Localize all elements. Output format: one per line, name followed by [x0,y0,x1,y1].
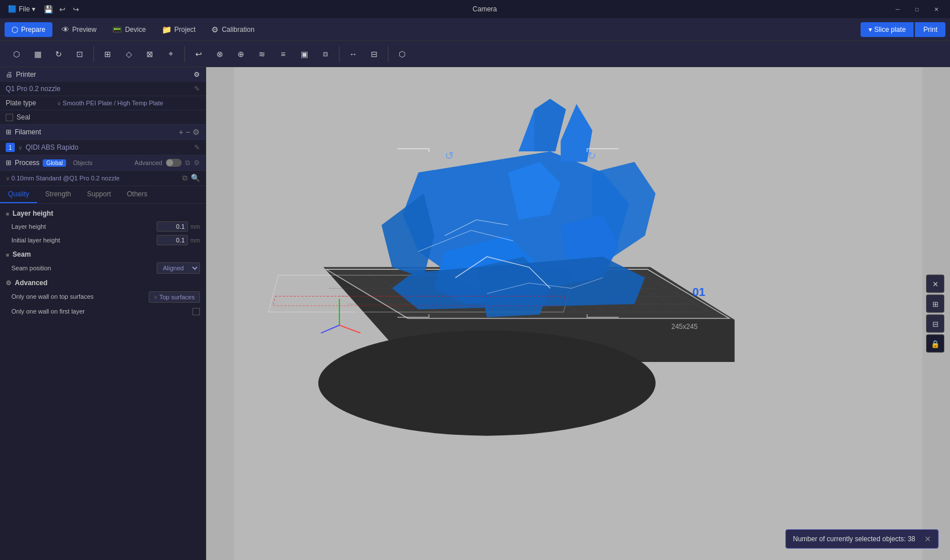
process-icon: ⊞ [6,159,11,167]
toolbar-separator [185,46,185,62]
advanced-toggle[interactable] [166,159,182,167]
profile-copy-icon[interactable]: ⧉ [182,174,187,183]
nav-project[interactable]: 📁 Project [155,22,202,37]
tab-support[interactable]: Support [79,186,119,203]
only-one-wall-first-label: Only one wall on first layer [11,307,193,316]
prepare-icon: ⬡ [11,25,18,34]
initial-layer-input-group: mm [157,235,200,245]
initial-layer-height-input[interactable] [157,235,188,245]
plate-type-value[interactable]: ∨ Smooth PEI Plate / High Temp Plate [57,100,163,106]
main-inner: 🖨 Printer ⚙ Q1 Pro 0.2 nozzle ✎ Plate ty… [0,67,950,560]
view-button-2[interactable]: ⊟ [926,315,944,333]
notification-close-icon[interactable]: ✕ [924,534,931,543]
top-surfaces-chevron-icon: ∨ [154,294,158,300]
filament-name: QIDI ABS Rapido [26,143,191,151]
layer-height-input[interactable] [157,221,188,232]
top-surfaces-value: Top surfaces [159,294,195,300]
perspective-view-button[interactable]: ⬡ [7,44,26,64]
slice-print-group: ▾ Slice plate Print [861,22,945,37]
nav-prepare-label: Prepare [21,26,46,34]
top-surfaces-dropdown[interactable]: ∨ Top surfaces [149,291,200,303]
face-select-tool[interactable]: ⌖ [161,44,181,64]
print-button[interactable]: Print [915,22,945,37]
view-button-1[interactable]: ⊞ [926,295,944,313]
nav-calibration[interactable]: ⚙ Calibration [204,22,261,37]
file-menu[interactable]: 🟦 File ▾ [5,4,39,14]
move-tool[interactable]: ⊞ [98,44,117,64]
close-panel-button[interactable]: ✕ [926,275,944,293]
filament-remove-icon[interactable]: − [186,127,190,137]
split-tool[interactable]: ≋ [252,44,272,64]
nav-device[interactable]: 📟 Device [105,22,153,37]
printer-settings-icon[interactable]: ⚙ [194,71,200,79]
layer-height-row: Layer height mm [0,220,206,233]
arrange-tool[interactable]: ⬡ [392,44,412,64]
paint-tool[interactable]: ▣ [294,44,314,64]
profile-search-icon[interactable]: 🔍 [191,174,200,183]
flatten-2-tool[interactable]: ⊟ [365,44,384,64]
filament-add-icon[interactable]: + [179,127,183,137]
3d-scene[interactable]: ↺ ↻ 245x245 01 [206,67,950,560]
svg-text:245x245: 245x245 [671,323,698,331]
maximize-button[interactable]: □ [908,3,926,15]
seam-section-icon: ■ [6,252,9,258]
grid-view-button[interactable]: ▦ [28,44,47,64]
tag-objects[interactable]: Objects [69,159,96,167]
initial-layer-height-row: Initial layer height mm [0,233,206,247]
seal-row: Seal [0,110,206,125]
titlebar: 🟦 File ▾ 💾 ↩ ↪ Camera ─ □ ✕ [0,0,950,18]
only-one-wall-top-row: Only one wall on top surfaces ∨ Top surf… [0,289,206,305]
nav-prepare[interactable]: ⬡ Prepare [5,22,52,37]
nozzle-edit-icon[interactable]: ✎ [194,85,200,93]
calibration-icon: ⚙ [211,25,219,34]
only-one-wall-first-row: Only one wall on first layer [0,305,206,318]
process-settings-icon[interactable]: ⚙ [194,159,200,167]
nozzle-name: Q1 Pro 0.2 nozzle [6,85,60,93]
seam-section-label: Seam [13,250,31,258]
project-icon: 📁 [162,25,171,34]
tab-others[interactable]: Others [119,186,155,203]
filament-settings-icon[interactable]: ⚙ [193,127,200,137]
tag-global[interactable]: Global [43,159,66,167]
viewport[interactable]: ↺ ↻ 245x245 01 ✕ ⊞ [206,67,950,560]
process-copy-icon[interactable]: ⧉ [185,159,190,167]
profile-icons: ⧉ 🔍 [182,174,200,183]
advanced-toggle-label: Advanced [134,159,162,166]
seal-label: Seal [17,113,30,121]
undo-tool[interactable]: ↩ [189,44,208,64]
close-button[interactable]: ✕ [927,3,945,15]
titlebar-icons: 💾 ↩ ↪ [43,4,81,14]
tab-strength[interactable]: Strength [37,186,79,203]
profile-name: ∨ 0.10mm Standard @Q1 Pro 0.2 nozzle [6,175,120,182]
seal-checkbox[interactable] [6,114,13,121]
filament-header: ⊞ Filament + − ⚙ [0,125,206,140]
filament-edit-icon[interactable]: ✎ [194,143,200,151]
minimize-button[interactable]: ─ [888,3,907,15]
process-label: Process [15,159,39,167]
slice-icon: ▾ [869,26,872,34]
box-select-tool[interactable]: ⊠ [140,44,159,64]
advanced-section-icon: ⚙ [6,279,11,287]
support-tool[interactable]: ⧈ [316,44,335,64]
only-one-wall-first-checkbox[interactable] [193,308,200,315]
advanced-section-label: Advanced [15,279,47,287]
lock-button[interactable]: 🔒 [926,335,944,353]
initial-layer-unit: mm [190,237,200,244]
cut-tool[interactable]: ⊗ [210,44,230,64]
redo-icon[interactable]: ↪ [71,4,81,14]
undo-icon[interactable]: ↩ [57,4,67,14]
seam-position-select[interactable]: Aligned Nearest Random Back [157,262,200,274]
rotate-view-button[interactable]: ↻ [49,44,68,64]
measure-tool[interactable]: ↔ [343,44,363,64]
save-icon[interactable]: 💾 [43,4,54,14]
printer-icon: 🖨 [6,71,13,79]
select-tool[interactable]: ◇ [119,44,138,64]
add-tool[interactable]: ⊕ [231,44,251,64]
tab-quality[interactable]: Quality [0,186,37,203]
ortho-view-button[interactable]: ⊡ [70,44,89,64]
flatten-tool[interactable]: ≡ [273,44,293,64]
nav-preview[interactable]: 👁 Preview [55,22,104,37]
svg-text:↺: ↺ [445,150,454,162]
process-header: ⊞ Process Global Objects Advanced ⧉ ⚙ [0,155,206,171]
slice-plate-button[interactable]: ▾ Slice plate [861,22,914,37]
